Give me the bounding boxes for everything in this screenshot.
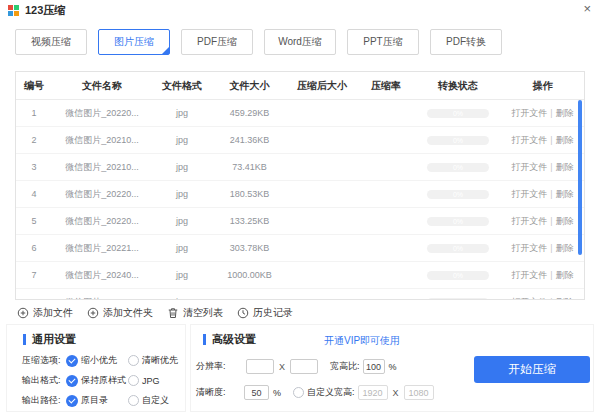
history-button[interactable]: 历史记录 bbox=[237, 306, 293, 320]
add-file-button[interactable]: 添加文件 bbox=[17, 306, 73, 320]
open-file-link[interactable]: 打开文件 bbox=[511, 270, 547, 280]
add-folder-button[interactable]: 添加文件夹 bbox=[87, 306, 153, 320]
table-row: 4 微信图片_20220... jpg 180.53KB 0% 打开文件|删除 bbox=[16, 181, 584, 208]
vip-notice-link[interactable]: 开通VIP即可使用 bbox=[324, 334, 400, 348]
row-number: 5 bbox=[16, 216, 52, 226]
progress-text: 0% bbox=[453, 244, 463, 253]
open-file-link[interactable]: 打开文件 bbox=[511, 297, 547, 301]
vertical-scrollbar[interactable] bbox=[578, 100, 582, 255]
custom-size-radio-icon[interactable] bbox=[293, 387, 304, 398]
open-file-link[interactable]: 打开文件 bbox=[511, 189, 547, 199]
resolution-width-input[interactable] bbox=[246, 359, 274, 374]
titlebar: 123压缩 × bbox=[0, 0, 600, 20]
delete-link[interactable]: 删除 bbox=[556, 270, 574, 280]
file-format: jpg bbox=[152, 216, 212, 226]
tab-image-compress[interactable]: 图片压缩 bbox=[98, 29, 170, 55]
option-keep-original-format[interactable]: 保持原样式 bbox=[66, 374, 128, 387]
row-number: 1 bbox=[16, 108, 52, 118]
col-number: 编号 bbox=[16, 79, 52, 93]
progress-bar: 0% bbox=[427, 271, 489, 280]
custom-width-input[interactable] bbox=[358, 385, 388, 400]
table-row: 7 微信图片_20240... jpg 1000.00KB 0% 打开文件|删除 bbox=[16, 262, 584, 289]
row-number: 3 bbox=[16, 162, 52, 172]
close-icon[interactable]: × bbox=[583, 2, 591, 16]
conversion-status: 0% bbox=[415, 163, 501, 172]
clarity-percent-sign: % bbox=[273, 388, 281, 398]
col-operation: 操作 bbox=[501, 79, 584, 93]
general-settings-header: 通用设置 bbox=[7, 325, 185, 347]
action-separator: | bbox=[550, 135, 552, 145]
tab-video-compress[interactable]: 视频压缩 bbox=[15, 29, 87, 55]
tab-ppt-compress[interactable]: PPT压缩 bbox=[347, 29, 419, 55]
action-separator: | bbox=[550, 162, 552, 172]
output-path-label: 输出路径: bbox=[22, 394, 66, 407]
option-label: 缩小优先 bbox=[81, 354, 117, 367]
row-number: 4 bbox=[16, 189, 52, 199]
tab-word-compress[interactable]: Word压缩 bbox=[264, 29, 336, 55]
file-name: 微信图片_20240... bbox=[52, 269, 152, 282]
file-format: jpg bbox=[152, 135, 212, 145]
aspect-ratio-input[interactable] bbox=[363, 359, 385, 374]
row-actions: 打开文件|删除 bbox=[501, 269, 584, 282]
radio-checked-icon bbox=[66, 375, 78, 387]
start-compression-button[interactable]: 开始压缩 bbox=[474, 356, 590, 383]
delete-link[interactable]: 删除 bbox=[556, 216, 574, 226]
open-file-link[interactable]: 打开文件 bbox=[511, 135, 547, 145]
conversion-status: 0% bbox=[415, 298, 501, 301]
clock-icon bbox=[237, 307, 249, 319]
advanced-settings-title: 高级设置 bbox=[212, 332, 256, 347]
option-label: JPG bbox=[142, 376, 160, 386]
option-clarity-priority[interactable]: 清晰优先 bbox=[128, 354, 178, 367]
delete-link[interactable]: 删除 bbox=[556, 243, 574, 253]
delete-link[interactable]: 删除 bbox=[556, 297, 574, 301]
compression-option-row: 压缩选项: 缩小优先 清晰优先 bbox=[22, 354, 185, 367]
row-actions: 打开文件|删除 bbox=[501, 107, 584, 120]
row-actions: 打开文件|删除 bbox=[501, 242, 584, 255]
file-format: jpg bbox=[152, 270, 212, 280]
open-file-link[interactable]: 打开文件 bbox=[511, 162, 547, 172]
action-separator: | bbox=[550, 243, 552, 253]
list-toolbar: 添加文件 添加文件夹 清空列表 历史记录 bbox=[17, 306, 293, 320]
open-file-link[interactable]: 打开文件 bbox=[511, 243, 547, 253]
tab-pdf-convert[interactable]: PDF转换 bbox=[430, 29, 502, 55]
radio-unchecked-icon bbox=[128, 395, 139, 406]
progress-bar: 0% bbox=[427, 244, 489, 253]
clear-list-label: 清空列表 bbox=[183, 306, 223, 320]
delete-link[interactable]: 删除 bbox=[556, 162, 574, 172]
col-file-format: 文件格式 bbox=[152, 79, 212, 93]
row-actions: 打开文件|删除 bbox=[501, 134, 584, 147]
option-original-directory[interactable]: 原目录 bbox=[66, 394, 128, 407]
clear-list-button[interactable]: 清空列表 bbox=[167, 306, 223, 320]
file-size: 806.49KB bbox=[212, 297, 287, 300]
progress-text: 0% bbox=[453, 109, 463, 118]
delete-link[interactable]: 删除 bbox=[556, 135, 574, 145]
open-file-link[interactable]: 打开文件 bbox=[511, 216, 547, 226]
table-row-clipped: 8 微信图片_20240... jpg 806.49KB 0% 打开文件|删除 bbox=[16, 289, 584, 300]
aspect-ratio-label: 宽高比: bbox=[330, 360, 360, 373]
col-compressed-size: 压缩后大小 bbox=[287, 79, 357, 93]
progress-text: 0% bbox=[453, 271, 463, 280]
delete-link[interactable]: 删除 bbox=[556, 189, 574, 199]
option-custom-path[interactable]: 自定义 bbox=[128, 394, 169, 407]
resolution-label: 分辨率: bbox=[196, 360, 240, 373]
option-jpg-format[interactable]: JPG bbox=[128, 375, 160, 386]
row-number: 7 bbox=[16, 270, 52, 280]
row-number: 2 bbox=[16, 135, 52, 145]
row-actions: 打开文件|删除 bbox=[501, 161, 584, 174]
circle-plus-icon bbox=[87, 307, 99, 319]
delete-link[interactable]: 删除 bbox=[556, 108, 574, 118]
open-file-link[interactable]: 打开文件 bbox=[511, 108, 547, 118]
output-path-row: 输出路径: 原目录 自定义 bbox=[22, 394, 185, 407]
clarity-input[interactable] bbox=[244, 385, 269, 400]
file-size: 241.36KB bbox=[212, 135, 287, 145]
output-format-label: 输出格式: bbox=[22, 374, 66, 387]
custom-height-input[interactable] bbox=[404, 385, 434, 400]
progress-bar: 0% bbox=[427, 163, 489, 172]
col-compression-rate: 压缩率 bbox=[357, 79, 415, 93]
option-shrink-priority[interactable]: 缩小优先 bbox=[66, 354, 128, 367]
tab-pdf-compress[interactable]: PDF压缩 bbox=[181, 29, 253, 55]
conversion-status: 0% bbox=[415, 136, 501, 145]
progress-bar: 0% bbox=[427, 217, 489, 226]
resolution-height-input[interactable] bbox=[290, 359, 318, 374]
add-folder-label: 添加文件夹 bbox=[103, 306, 153, 320]
